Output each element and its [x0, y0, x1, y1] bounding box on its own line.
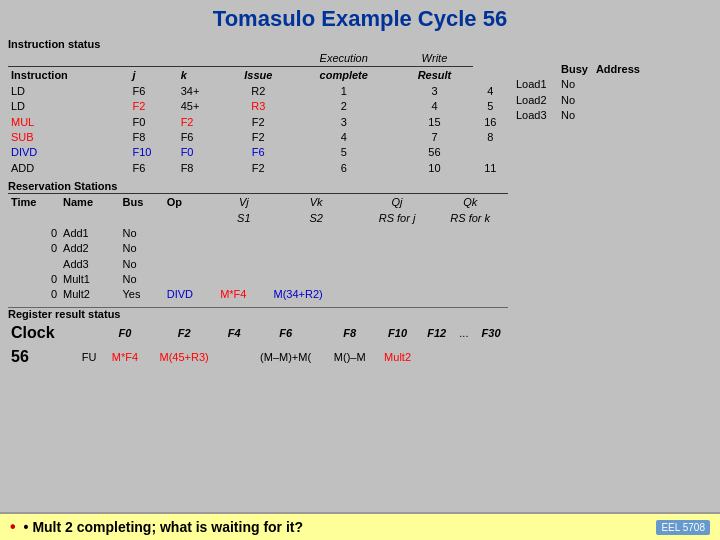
rs-time-add2: 0 [8, 241, 60, 256]
issue-3: 3 [291, 115, 396, 130]
instr-2: LD [8, 99, 129, 114]
rs-qk-mult2 [432, 287, 508, 302]
rs-time-add1: 0 [8, 226, 60, 241]
write-label: Write [396, 51, 473, 67]
rs-col-op: Op [164, 194, 217, 211]
rs-vk-add3 [270, 257, 361, 272]
instr-col-spacer [8, 51, 291, 67]
reg-f8-header: F8 [324, 321, 375, 345]
rs-header-1: Time Name Bus Op Vj Vk Qj Qk [8, 194, 508, 211]
col-j: j [129, 67, 177, 84]
reservation-stations-section: Reservation Stations Time Name Bus Op Vj… [8, 180, 508, 303]
instr-5: DIVD [8, 145, 129, 160]
write-2: 5 [473, 99, 508, 114]
rs-for-j: RS for j [362, 211, 433, 226]
rs-name-add2: Add2 [60, 241, 119, 256]
reg-header-row: Clock F0 F2 F4 F6 F8 F10 F12 ... F30 [8, 321, 508, 345]
instruction-table: Execution Write Instruction j k Issue co… [8, 51, 508, 176]
rs-col-vk: Vk [270, 194, 361, 211]
load2-row: Load2 No [512, 93, 644, 108]
reg-label: Register result status [8, 308, 508, 320]
rs-label: Reservation Stations [8, 180, 508, 192]
reg-f4-header: F4 [221, 321, 247, 345]
reg-ellipsis: ... [454, 321, 475, 345]
write-4: 8 [473, 130, 508, 145]
k-3: F2 [178, 115, 226, 130]
table-row: ADD F6 F8 F2 6 10 11 [8, 161, 508, 176]
rs-time-mult2: 0 [8, 287, 60, 302]
reg-f12-header: F12 [420, 321, 454, 345]
exec-label: Execution [291, 51, 396, 67]
instr-exec-header: Execution Write [8, 51, 508, 67]
load3-row: Load3 No [512, 108, 644, 123]
reg-f4-val [221, 345, 247, 369]
eel-badge: EEL 5708 [656, 520, 710, 535]
load1-name: Load1 [512, 77, 557, 92]
load1-busy: No [557, 77, 592, 92]
load-buffer-area: Busy Address Load1 No Load2 No [512, 62, 712, 124]
content-area: Instruction status Execution Write Instr… [8, 38, 712, 369]
table-row: DIVD F10 F0 F6 5 56 [8, 145, 508, 160]
write-3: 16 [473, 115, 508, 130]
rs-spacer [8, 211, 217, 226]
rs-qj-add2 [362, 241, 433, 256]
dest-5: F6 [225, 145, 291, 160]
rs-qj-add1 [362, 226, 433, 241]
exec-5: 56 [396, 145, 473, 160]
j-1: F6 [129, 84, 177, 99]
dest-1: R2 [225, 84, 291, 99]
rs-qk-add1 [432, 226, 508, 241]
load-addr-header: Address [592, 62, 644, 77]
reg-fu-val: FU [75, 345, 103, 369]
rs-col-qj: Qj [362, 194, 433, 211]
rs-qj-mult1 [362, 272, 433, 287]
issue-2: 2 [291, 99, 396, 114]
instruction-status-label: Instruction status [8, 38, 508, 50]
rs-vk-mult1 [270, 272, 361, 287]
col-result: Result [396, 67, 473, 84]
rs-busy-mult2: Yes [120, 287, 164, 302]
reg-ellipsis-val [454, 345, 475, 369]
col-k: k [178, 67, 226, 84]
issue-6: 6 [291, 161, 396, 176]
reg-value-row: 56 FU M*F4 M(45+R3) (M–M)+M( M()–M Mult2 [8, 345, 508, 369]
reg-clock-val: 56 [8, 345, 75, 369]
bottom-bar: • • Mult 2 completing; what is waiting f… [0, 512, 720, 540]
rs-col-name: Name [60, 194, 119, 211]
instr-1: LD [8, 84, 129, 99]
rs-vk-mult2: M(34+R2) [270, 287, 361, 302]
rs-for-k: RS for k [432, 211, 508, 226]
load3-name: Load3 [512, 108, 557, 123]
dest-3: F2 [225, 115, 291, 130]
rs-time-mult1: 0 [8, 272, 60, 287]
exec-3: 15 [396, 115, 473, 130]
rs-col-qk: Qk [432, 194, 508, 211]
rs-name-add3: Add3 [60, 257, 119, 272]
load2-addr [592, 93, 644, 108]
reg-f10-val: Mult2 [375, 345, 420, 369]
reg-f30-val [474, 345, 508, 369]
load-name-spacer [512, 62, 557, 77]
rs-col-busy: Bus [120, 194, 164, 211]
issue-5: 5 [291, 145, 396, 160]
load-busy-header: Busy [557, 62, 592, 77]
instr-3: MUL [8, 115, 129, 130]
reg-f0-val: M*F4 [103, 345, 147, 369]
load-header: Busy Address [512, 62, 644, 77]
issue-1: 1 [291, 84, 396, 99]
reg-f30-header: F30 [474, 321, 508, 345]
write-1: 4 [473, 84, 508, 99]
reg-f6-header: F6 [247, 321, 324, 345]
right-section: Busy Address Load1 No Load2 No [512, 38, 712, 369]
rs-op-mult1 [164, 272, 217, 287]
rs-vj-add2 [217, 241, 270, 256]
reg-fu-spacer [75, 321, 103, 345]
rs-qj-add3 [362, 257, 433, 272]
load2-busy: No [557, 93, 592, 108]
exec-1: 3 [396, 84, 473, 99]
load2-name: Load2 [512, 93, 557, 108]
table-row: MUL F0 F2 F2 3 15 16 [8, 115, 508, 130]
exec-4: 7 [396, 130, 473, 145]
rs-col-vj: Vj [217, 194, 270, 211]
dest-4: F2 [225, 130, 291, 145]
